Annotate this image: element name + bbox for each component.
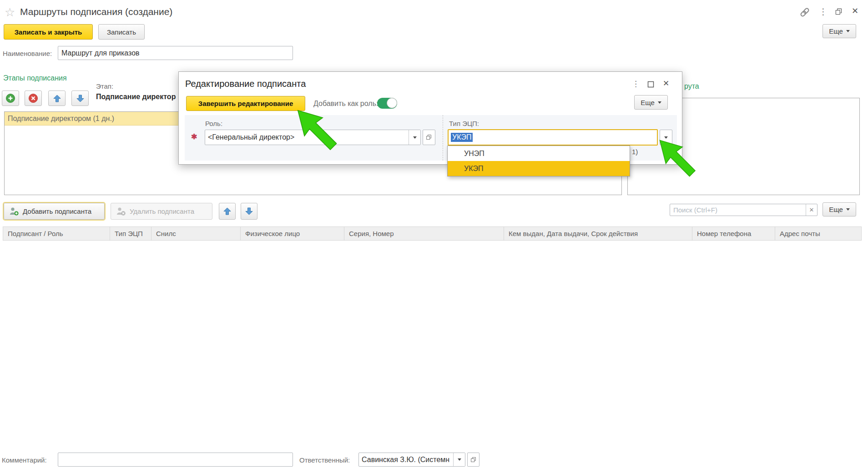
- body-divider: [443, 115, 443, 161]
- more-label: Еще: [829, 206, 843, 213]
- more-label: Еще: [829, 27, 843, 35]
- sig-type-field-label: Тип ЭЦП:: [449, 120, 479, 127]
- sig-type-input[interactable]: УКЭП: [448, 129, 658, 146]
- role-dropdown-button[interactable]: [409, 130, 420, 145]
- search-field: ✕: [670, 204, 818, 216]
- modal-menu-kebab-icon[interactable]: ⋮: [632, 79, 640, 89]
- column-header[interactable]: Серия, Номер: [344, 227, 504, 240]
- table-more-button[interactable]: Еще: [823, 202, 856, 216]
- chevron-down-icon: [846, 208, 850, 211]
- save-and-close-button[interactable]: Записать и закрыть: [4, 24, 93, 40]
- column-header[interactable]: Адрес почты: [775, 227, 861, 240]
- responsible-field[interactable]: Савинская З.Ю. (Системн: [358, 453, 465, 467]
- search-clear-icon[interactable]: ✕: [806, 204, 817, 216]
- comment-label: Комментарий:: [2, 456, 47, 464]
- cursor-arrow-annotation: [658, 138, 698, 180]
- modal-more-button[interactable]: Еще: [634, 95, 668, 110]
- finish-editing-button[interactable]: Завершить редактирование: [186, 96, 305, 111]
- favorite-star-icon[interactable]: ☆: [5, 5, 15, 20]
- role-field-label: Роль:: [205, 120, 222, 127]
- plus-circle-icon: [5, 93, 15, 103]
- chevron-down-icon: [413, 136, 417, 139]
- copy-link-icon[interactable]: [799, 6, 811, 20]
- occluded-text-fragment: 1): [632, 148, 638, 156]
- chevron-down-icon: [658, 101, 661, 104]
- dropdown-option[interactable]: УНЭП: [448, 146, 630, 161]
- window-close-icon[interactable]: ✕: [852, 6, 858, 16]
- required-asterisk: ✱: [191, 132, 197, 141]
- arrow-down-icon: [76, 94, 85, 103]
- column-header[interactable]: Номер телефона: [692, 227, 775, 240]
- responsible-label: Ответственный:: [299, 456, 350, 464]
- arrow-up-icon: [223, 207, 232, 216]
- modal-maximize-icon[interactable]: [647, 81, 655, 90]
- save-button[interactable]: Записать: [98, 24, 145, 40]
- add-signer-label: Добавить подписанта: [23, 207, 91, 215]
- responsible-open-button[interactable]: [467, 453, 479, 467]
- move-signer-down-button[interactable]: [241, 203, 257, 220]
- add-as-role-label: Добавить как роль:: [313, 100, 378, 108]
- remove-signer-label: Удалить подписанта: [130, 207, 194, 215]
- comment-input[interactable]: [58, 453, 293, 467]
- column-header[interactable]: Снилс: [151, 227, 241, 240]
- window-menu-kebab-icon[interactable]: ⋮: [819, 6, 828, 17]
- arrow-down-icon: [245, 207, 253, 216]
- cursor-arrow-annotation: [296, 108, 339, 153]
- window-more-button[interactable]: Еще: [823, 24, 856, 38]
- column-header[interactable]: Тип ЭЦП: [110, 227, 151, 240]
- remove-signer-button[interactable]: Удалить подписанта: [111, 203, 212, 220]
- search-input[interactable]: [670, 204, 806, 216]
- move-stage-up-button[interactable]: [48, 91, 66, 106]
- move-signer-up-button[interactable]: [219, 203, 236, 220]
- add-as-role-toggle[interactable]: [377, 98, 397, 109]
- chevron-down-icon: [846, 30, 850, 32]
- responsible-dropdown-button[interactable]: [453, 453, 465, 466]
- stage-caption: Этап:: [96, 82, 113, 90]
- sig-type-dropdown-list: УНЭП УКЭП: [447, 146, 630, 176]
- person-add-icon: [9, 206, 20, 217]
- app-window: ☆ Маршруты подписания (создание) ⋮ ✕ Зап…: [0, 0, 868, 468]
- column-header[interactable]: Подписант / Роль: [3, 227, 110, 240]
- x-circle-icon: [28, 93, 38, 103]
- signers-table-header: Подписант / Роль Тип ЭЦП Снилс Физическо…: [3, 226, 862, 241]
- stages-section-title: Этапы подписания: [3, 74, 67, 82]
- add-stage-button[interactable]: [2, 91, 19, 106]
- page-title: Маршруты подписания (создание): [20, 6, 172, 17]
- toggle-knob: [387, 98, 397, 108]
- responsible-value: Савинская З.Ю. (Системн: [359, 453, 453, 466]
- name-field-label: Наименование:: [3, 50, 52, 57]
- column-header[interactable]: Физическое лицо: [241, 227, 344, 240]
- window-restore-icon[interactable]: [834, 7, 843, 18]
- more-label: Еще: [641, 99, 655, 106]
- role-open-button[interactable]: [423, 130, 435, 145]
- modal-title: Редактирование подписанта: [185, 79, 306, 89]
- person-remove-icon: [116, 206, 126, 217]
- stage-name: Подписание директор: [96, 93, 179, 101]
- open-item-icon: [425, 134, 433, 141]
- column-header[interactable]: Кем выдан, Дата выдачи, Срок действия: [504, 227, 692, 240]
- delete-stage-button[interactable]: [25, 91, 42, 106]
- sig-type-selected-text: УКЭП: [451, 133, 473, 142]
- move-stage-down-button[interactable]: [71, 91, 89, 106]
- name-input[interactable]: [58, 46, 293, 60]
- open-item-icon: [470, 456, 477, 463]
- add-signer-button[interactable]: Добавить подписанта: [4, 203, 105, 220]
- modal-close-icon[interactable]: ✕: [663, 79, 669, 88]
- arrow-up-icon: [53, 94, 61, 103]
- chevron-down-icon: [458, 458, 461, 461]
- route-panel-title-fragment: рута: [684, 82, 699, 91]
- dropdown-option-selected[interactable]: УКЭП: [448, 161, 630, 176]
